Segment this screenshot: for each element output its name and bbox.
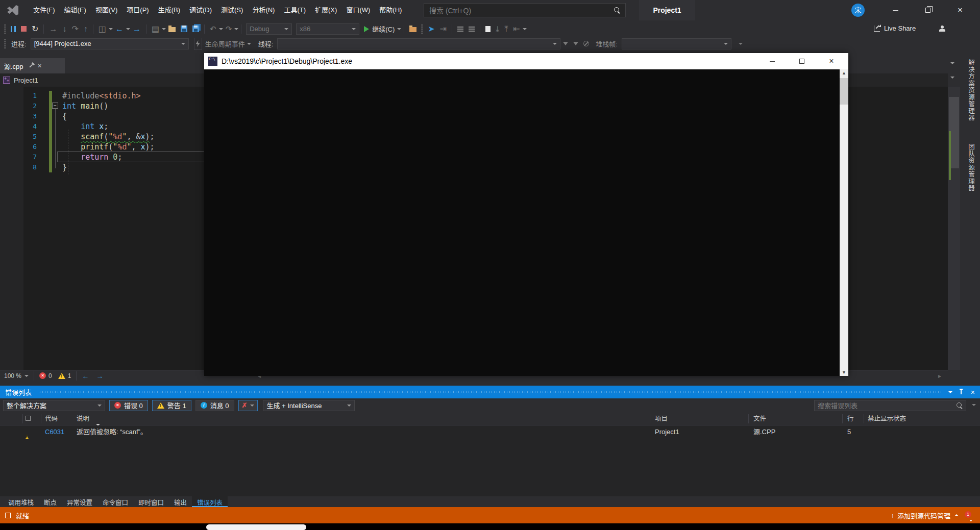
panel-tab[interactable]: 即时窗口: [133, 496, 169, 507]
save-button[interactable]: [179, 23, 189, 35]
chevron-down-icon[interactable]: [247, 43, 251, 45]
panel-tab[interactable]: 错误列表: [192, 496, 228, 507]
console-maximize-button[interactable]: [787, 53, 817, 69]
add-to-source-control-button[interactable]: 添加到源代码管理: [897, 511, 950, 520]
account-avatar[interactable]: 宋: [851, 4, 865, 17]
break-all-button[interactable]: [9, 23, 17, 35]
scope-filter-dropdown[interactable]: 整个解决方案: [3, 400, 105, 411]
error-list-row[interactable]: C6031 返回值被忽略: “scanf”。 Project1 源.CPP 5: [0, 425, 980, 439]
chevron-down-icon[interactable]: [234, 28, 238, 30]
navigate-forward-icon[interactable]: →: [96, 372, 103, 380]
chevron-down-icon[interactable]: [972, 404, 976, 406]
hscroll-right-arrow[interactable]: ▸: [938, 372, 941, 380]
continue-button[interactable]: 继续(C): [362, 23, 396, 35]
column-suppression[interactable]: 禁止显示状态: [868, 412, 906, 425]
step-over-button[interactable]: ↷: [70, 23, 80, 35]
breakpoint-settings-button[interactable]: ◫: [97, 23, 108, 35]
open-file-button[interactable]: [167, 23, 177, 35]
menu-item[interactable]: 窗口(W): [341, 0, 375, 20]
panel-tab[interactable]: 命令窗口: [97, 496, 133, 507]
code-line[interactable]: int main(): [62, 101, 108, 111]
toolbar-grip[interactable]: [421, 24, 423, 34]
chevron-down-icon[interactable]: [109, 28, 113, 30]
background-tasks-icon[interactable]: [5, 513, 11, 518]
column-project[interactable]: 项目: [655, 412, 668, 425]
navigate-forward-button[interactable]: →: [131, 23, 142, 35]
show-next-statement-button[interactable]: →: [47, 23, 59, 35]
menu-item[interactable]: 分析(N): [248, 0, 279, 20]
bookmark-button[interactable]: [484, 23, 492, 35]
solution-platform-dropdown[interactable]: x86: [296, 23, 359, 35]
toggle-method-view-button[interactable]: [582, 38, 591, 50]
chevron-down-icon[interactable]: [126, 28, 130, 30]
panel-tab[interactable]: 输出: [169, 496, 192, 507]
code-line[interactable]: }: [62, 162, 67, 172]
side-panel-tab[interactable]: 解决方案资源管理器: [966, 59, 976, 121]
column-line[interactable]: 行: [847, 412, 854, 425]
stop-debugging-button[interactable]: [19, 23, 28, 35]
menu-item[interactable]: 项目(P): [122, 0, 153, 20]
thread-dropdown[interactable]: [277, 38, 560, 49]
code-line[interactable]: #include<stdio.h>: [62, 91, 141, 101]
error-indicator-icon[interactable]: ×: [39, 372, 46, 379]
panel-tab[interactable]: 调用堆栈: [3, 496, 39, 507]
navigation-dropdown-icon[interactable]: [950, 77, 954, 79]
scroll-down-icon[interactable]: ▼: [840, 370, 848, 375]
menu-item[interactable]: 文件(F): [29, 0, 60, 20]
console-output-area[interactable]: [204, 69, 848, 376]
step-into-button[interactable]: ↓: [61, 23, 68, 35]
fold-collapse-icon[interactable]: −: [52, 103, 58, 109]
toolbar-overflow-icon[interactable]: [739, 43, 743, 45]
pin-icon[interactable]: [29, 64, 33, 67]
console-scrollbar[interactable]: ▲ ▼: [840, 69, 848, 376]
menu-item[interactable]: 生成(B): [154, 0, 185, 20]
menu-item[interactable]: 测试(S): [216, 0, 248, 20]
panel-tab[interactable]: 断点: [39, 496, 62, 507]
toolbar-grip[interactable]: [4, 24, 6, 34]
menu-item[interactable]: 扩展(X): [310, 0, 341, 20]
call-hierarchy-button[interactable]: [456, 23, 465, 35]
column-code[interactable]: 代码: [45, 412, 58, 425]
error-search-box[interactable]: 搜索错误列表: [814, 400, 966, 411]
solution-configuration-dropdown[interactable]: Debug: [246, 23, 292, 35]
chevron-down-icon[interactable]: [219, 28, 223, 30]
new-file-button[interactable]: ▤: [150, 23, 161, 35]
member-list-button[interactable]: [467, 23, 476, 35]
severity-column-icon[interactable]: [26, 416, 31, 421]
window-position-icon[interactable]: [948, 391, 952, 393]
quick-search-box[interactable]: 搜索 (Ctrl+Q): [424, 3, 626, 17]
process-dropdown[interactable]: [9444] Project1.exe: [31, 38, 189, 49]
messages-toggle-button[interactable]: i 消息 0: [195, 400, 234, 411]
console-title-bar[interactable]: C:\ D:\vs2019\c\Project1\Debug\Project1.…: [204, 53, 848, 69]
column-file[interactable]: 文件: [753, 412, 766, 425]
errors-toggle-button[interactable]: × 错误 0: [109, 400, 148, 411]
flagged-only-button[interactable]: [572, 38, 580, 50]
clear-filters-button[interactable]: ✗: [238, 400, 258, 411]
step-shortcut-button[interactable]: ⤓: [494, 23, 501, 35]
undo-button[interactable]: ↶: [208, 23, 218, 35]
code-line[interactable]: printf("%d", x);: [62, 142, 155, 152]
pin-icon[interactable]: [961, 390, 962, 394]
show-next-statement-button[interactable]: ⇥: [438, 23, 448, 35]
minimize-button[interactable]: [884, 0, 907, 20]
navigate-back-button[interactable]: ←: [114, 23, 125, 35]
flag-threads-button[interactable]: [561, 38, 570, 50]
close-icon[interactable]: ×: [971, 388, 975, 396]
console-window[interactable]: C:\ D:\vs2019\c\Project1\Debug\Project1.…: [204, 53, 848, 376]
code-line[interactable]: return 0;: [62, 152, 122, 162]
column-description[interactable]: 说明: [77, 412, 89, 425]
chevron-down-icon[interactable]: [523, 28, 527, 30]
editor-vertical-scrollbar[interactable]: [948, 87, 960, 370]
close-icon[interactable]: ×: [38, 62, 42, 70]
apply-code-changes-button[interactable]: [408, 23, 418, 35]
panel-tab[interactable]: 异常设置: [62, 496, 97, 507]
error-code-link[interactable]: C6031: [45, 425, 64, 439]
lifecycle-events-button[interactable]: [194, 38, 202, 50]
menu-item[interactable]: 帮助(H): [375, 0, 406, 20]
search-icon[interactable]: [957, 402, 963, 409]
toolbar-grip[interactable]: [4, 39, 6, 48]
console-scrollbar-thumb[interactable]: [840, 78, 848, 105]
document-dropdown-icon[interactable]: [950, 62, 954, 64]
live-share-button[interactable]: Live Share: [874, 24, 916, 32]
step-out-button[interactable]: ↑: [82, 23, 89, 35]
